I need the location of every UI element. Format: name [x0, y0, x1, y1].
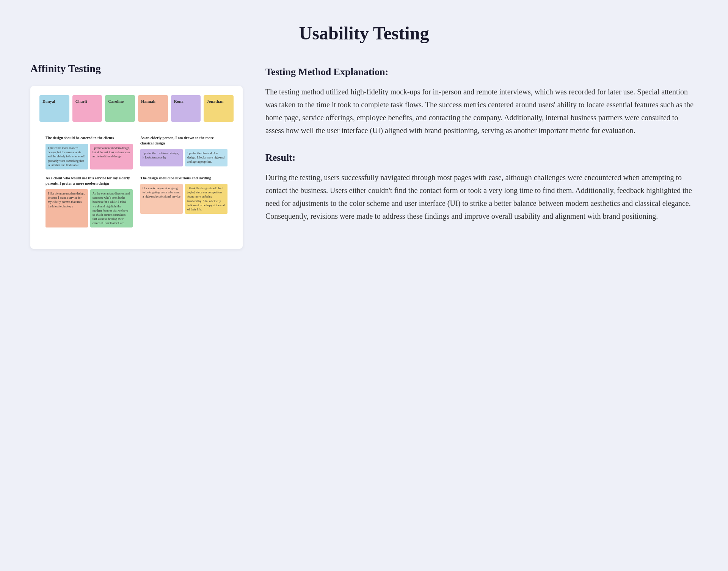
names-row: Danyal Charli Caroline Hannah Rona Jonat… — [39, 95, 234, 122]
affinity-groups: The design should be catered to the clie… — [39, 129, 234, 240]
sticky-note: I prefer the classical blue design. It l… — [185, 149, 228, 166]
affinity-row-2: As a client who would use this service f… — [46, 176, 228, 228]
name-card-caroline: Caroline — [105, 95, 135, 122]
group-header-1: The design should be catered to the clie… — [46, 135, 133, 141]
testing-method-text: The testing method utilized high-fidelit… — [265, 85, 698, 137]
group-header-2: As an elderly person, I am drawn to the … — [140, 135, 228, 146]
sticky-note: I prefer the traditional design, it look… — [140, 149, 183, 166]
affinity-group-1: The design should be catered to the clie… — [46, 135, 133, 169]
affinity-group-2: As an elderly person, I am drawn to the … — [140, 135, 228, 169]
affinity-group-4: The design should be luxurious and invit… — [140, 176, 228, 228]
affinity-testing-title: Affinity Testing — [30, 63, 243, 75]
sticky-notes-4: Our market segment is going to be target… — [140, 184, 228, 214]
right-column: Testing Method Explanation: The testing … — [265, 63, 698, 249]
name-card-hannah: Hannah — [138, 95, 168, 122]
sticky-note: I like the more modern design, because I… — [46, 189, 88, 228]
affinity-group-3: As a client who would use this service f… — [46, 176, 133, 228]
name-card-rona: Rona — [171, 95, 201, 122]
sticky-note: I prefer a more modern design, but it do… — [90, 144, 133, 169]
left-column: Affinity Testing Danyal Charli Caroline … — [30, 63, 243, 249]
sticky-note: As the operations director, and someone … — [90, 189, 133, 228]
group-header-4: The design should be luxurious and invit… — [140, 176, 228, 181]
name-card-jonathan: Jonathan — [204, 95, 234, 122]
main-layout: Affinity Testing Danyal Charli Caroline … — [0, 63, 728, 279]
sticky-notes-2: I prefer the traditional design, it look… — [140, 149, 228, 166]
sticky-note: I prefer the more modern design, but the… — [46, 144, 88, 169]
name-card-danyal: Danyal — [39, 95, 69, 122]
group-header-3: As a client who would use this service f… — [46, 176, 133, 186]
sticky-notes-1: I prefer the more modern design, but the… — [46, 144, 133, 169]
affinity-board: Danyal Charli Caroline Hannah Rona Jonat… — [30, 86, 243, 249]
result-title: Result: — [265, 152, 698, 163]
sticky-note: I think the design should feel joyful, s… — [185, 184, 228, 214]
result-text: During the testing, users successfully n… — [265, 171, 698, 223]
affinity-row-1: The design should be catered to the clie… — [46, 135, 228, 169]
sticky-note: Our market segment is going to be target… — [140, 184, 183, 214]
testing-method-title: Testing Method Explanation: — [265, 66, 698, 78]
page-title: Usability Testing — [0, 0, 728, 63]
sticky-notes-3: I like the more modern design, because I… — [46, 189, 133, 228]
name-card-charli: Charli — [72, 95, 102, 122]
